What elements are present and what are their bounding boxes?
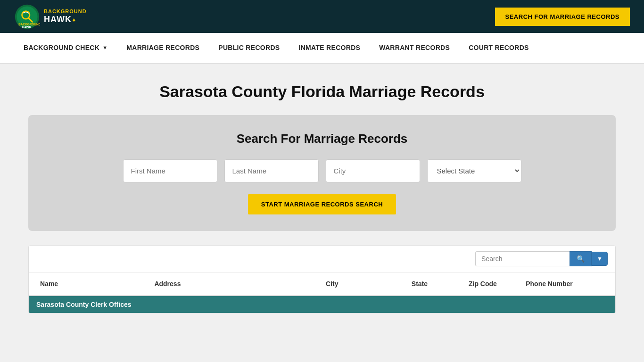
nav-item-warrant-records[interactable]: WARRANT RECORDS	[370, 33, 459, 64]
city-input[interactable]	[326, 159, 420, 182]
main-content: Sarasota County Florida Marriage Records…	[0, 64, 644, 362]
header: BACKGROUND HAWK BACKGROUND HAWK✦ SEARCH …	[0, 0, 644, 33]
state-select[interactable]: Select StateAlabamaAlaskaArizonaArkansas…	[427, 159, 521, 182]
svg-text:HAWK: HAWK	[22, 25, 32, 29]
first-name-input[interactable]	[123, 159, 217, 182]
logo-text: BACKGROUND HAWK✦	[44, 8, 87, 25]
nav-item-background-check[interactable]: BACKGROUND CHECK ▼	[14, 33, 117, 64]
table-search-input[interactable]	[475, 251, 570, 266]
nav-item-court-records[interactable]: COURT RECORDS	[459, 33, 538, 64]
table-col-city: City	[322, 277, 408, 290]
nav-bar: BACKGROUND CHECK ▼ MARRIAGE RECORDS PUBL…	[0, 33, 644, 64]
nav-item-public-records[interactable]: PUBLIC RECORDS	[209, 33, 289, 64]
logo-icon: BACKGROUND HAWK	[14, 4, 40, 30]
chevron-down-icon: ▼	[597, 255, 603, 262]
search-icon: 🔍	[577, 255, 585, 263]
search-form-card: Search For Marriage Records Select State…	[28, 115, 616, 231]
chevron-down-icon: ▼	[102, 45, 107, 50]
nav-item-inmate-records[interactable]: INMATE RECORDS	[289, 33, 370, 64]
page-title: Sarasota County Florida Marriage Records	[28, 82, 616, 101]
table-section: 🔍 ▼ Name Address City State Zip Code Pho…	[28, 245, 616, 313]
table-search-dropdown-button[interactable]: ▼	[592, 252, 608, 266]
table-toolbar: 🔍 ▼	[29, 246, 615, 272]
logo-area: BACKGROUND HAWK BACKGROUND HAWK✦	[14, 4, 87, 30]
table-group-header: Sarasota County Clerk Offices	[29, 296, 615, 313]
last-name-input[interactable]	[224, 159, 319, 182]
table-search-wrapper: 🔍 ▼	[475, 251, 608, 266]
table-header-row: Name Address City State Zip Code Phone N…	[29, 272, 615, 296]
search-form-title: Search For Marriage Records	[47, 132, 597, 146]
table-col-name: Name	[36, 277, 150, 290]
table-search-button[interactable]: 🔍	[570, 251, 592, 266]
table-col-address: Address	[150, 277, 322, 290]
table-col-state: State	[408, 277, 465, 290]
header-cta-button[interactable]: SEARCH FOR MARRIAGE RECORDS	[495, 8, 630, 26]
search-inputs-row: Select StateAlabamaAlaskaArizonaArkansas…	[47, 159, 597, 182]
table-col-phone: Phone Number	[522, 277, 608, 290]
nav-item-marriage-records[interactable]: MARRIAGE RECORDS	[117, 33, 209, 64]
table-col-zip: Zip Code	[465, 277, 522, 290]
search-submit-button[interactable]: START MARRIAGE RECORDS SEARCH	[248, 194, 396, 214]
